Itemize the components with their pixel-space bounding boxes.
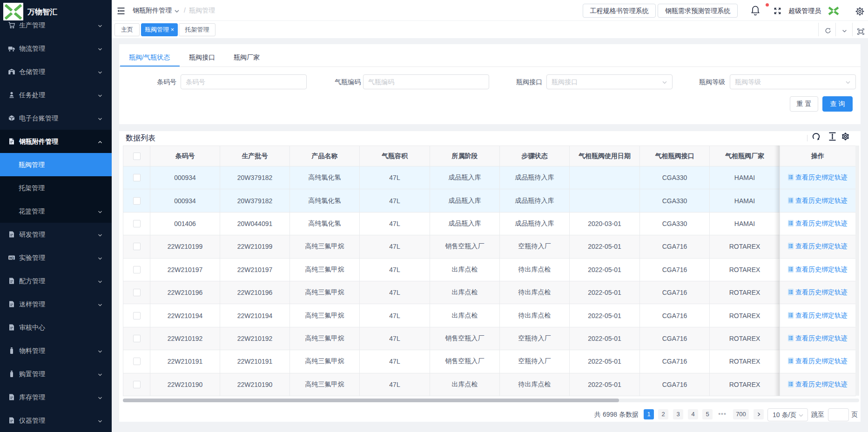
svg-text:HQ: HQ — [9, 256, 14, 260]
